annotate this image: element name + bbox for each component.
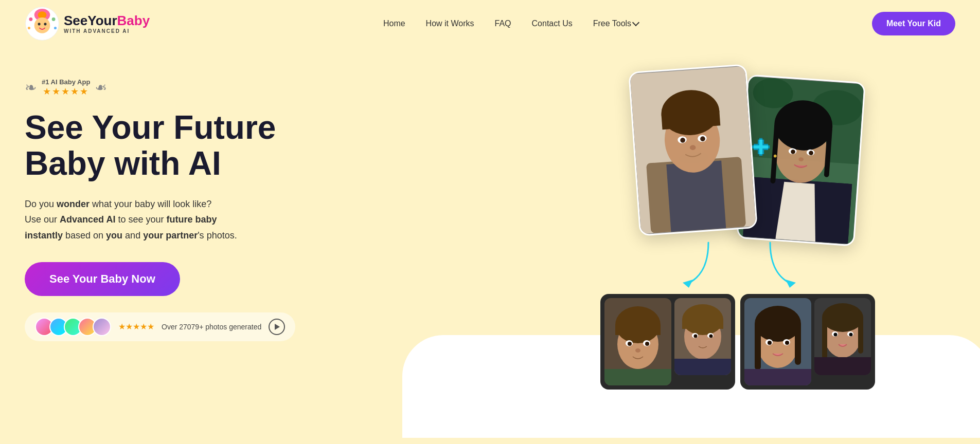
svg-point-51 — [635, 348, 640, 353]
svg-rect-72 — [744, 369, 811, 385]
parent-photos: + — [634, 68, 917, 243]
logo-text: SeeYourBaby WITH ADVANCED AI — [64, 13, 150, 34]
nav-home[interactable]: Home — [383, 19, 405, 28]
laurel-left-icon: ❧ — [25, 79, 37, 96]
hero-left: ❧ #1 AI Baby App ★★★★★ ❧ See Your Future… — [25, 68, 295, 341]
svg-rect-52 — [604, 369, 671, 385]
proof-text: Over 27079+ photos generated — [162, 323, 261, 331]
hero-description: Do you wonder what your baby will look l… — [25, 196, 295, 244]
arrow-connectors — [667, 237, 811, 289]
nav-links: Home How it Works FAQ Contact Us Free To… — [383, 19, 638, 28]
baby-girl-1 — [744, 298, 811, 385]
svg-point-7 — [52, 17, 56, 21]
play-icon — [275, 324, 280, 330]
svg-point-82 — [849, 333, 853, 337]
svg-point-2 — [38, 11, 47, 18]
meet-your-kid-button[interactable]: Meet Your Kid — [872, 12, 955, 35]
logo[interactable]: SeeYourBaby WITH ADVANCED AI — [25, 6, 150, 41]
svg-point-4 — [38, 23, 41, 25]
svg-point-70 — [768, 341, 772, 345]
svg-rect-61 — [674, 359, 731, 375]
hero-section: ❧ #1 AI Baby App ★★★★★ ❧ See Your Future… — [0, 47, 980, 438]
svg-point-60 — [709, 335, 713, 338]
award-text: #1 AI Baby App ★★★★★ — [42, 78, 90, 97]
avatar-group — [35, 318, 111, 336]
logo-see: See — [64, 13, 87, 28]
svg-rect-67 — [755, 324, 801, 333]
navbar: SeeYourBaby WITH ADVANCED AI Home How it… — [0, 0, 980, 47]
svg-rect-56 — [682, 320, 723, 329]
social-proof: ★★★★★ Over 27079+ photos generated — [25, 312, 295, 341]
svg-point-81 — [834, 333, 838, 337]
svg-marker-41 — [683, 280, 693, 288]
svg-point-50 — [645, 342, 649, 346]
baby-boy-2 — [674, 298, 731, 375]
laurel-right-icon: ❧ — [95, 79, 107, 96]
boy-babies-group — [600, 294, 735, 390]
dad-photo — [630, 66, 756, 235]
plus-icon: + — [753, 130, 770, 163]
baby-girl-2 — [814, 298, 871, 375]
svg-marker-42 — [786, 280, 796, 288]
logo-baby: Baby — [117, 13, 150, 28]
dad-photo-card — [628, 64, 758, 236]
chevron-down-icon — [632, 19, 639, 26]
svg-rect-46 — [615, 325, 661, 335]
nav-how-it-works[interactable]: How it Works — [426, 19, 474, 28]
logo-subtitle: WITH ADVANCED AI — [64, 28, 150, 34]
nav-faq[interactable]: FAQ — [495, 19, 511, 28]
proof-stars: ★★★★★ — [118, 322, 154, 331]
svg-point-6 — [29, 17, 33, 21]
see-your-baby-button[interactable]: See Your Baby Now — [25, 262, 180, 296]
svg-point-3 — [34, 17, 50, 33]
baby-boy-1 — [604, 298, 671, 385]
nav-contact-us[interactable]: Contact Us — [532, 19, 573, 28]
svg-point-71 — [785, 341, 789, 345]
svg-rect-78 — [822, 318, 863, 326]
nav-free-tools[interactable]: Free Tools — [593, 19, 638, 28]
svg-point-9 — [54, 27, 57, 29]
logo-your: Your — [87, 13, 117, 28]
girl-babies-group — [740, 294, 875, 390]
avatar — [93, 318, 111, 336]
award-stars: ★★★★★ — [43, 86, 89, 97]
svg-point-5 — [44, 23, 46, 25]
play-button[interactable] — [269, 319, 285, 335]
svg-marker-29 — [810, 181, 852, 244]
award-badge: ❧ #1 AI Baby App ★★★★★ ❧ — [25, 78, 295, 97]
svg-point-8 — [28, 27, 30, 29]
baby-photos-grid — [600, 294, 875, 390]
svg-point-59 — [694, 335, 698, 338]
svg-point-49 — [628, 342, 632, 346]
svg-rect-83 — [814, 357, 871, 375]
hero-title: See Your Future Baby with AI — [25, 109, 295, 182]
award-label: #1 AI Baby App — [42, 78, 90, 86]
logo-icon — [25, 6, 60, 41]
